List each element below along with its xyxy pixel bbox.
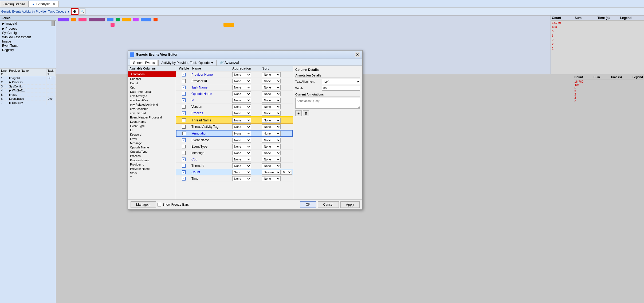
cancel-button[interactable]: Cancel xyxy=(318,201,339,208)
width-input[interactable] xyxy=(322,86,360,91)
avail-item-t[interactable]: T... xyxy=(128,175,176,179)
agg-cpu[interactable]: None xyxy=(232,157,251,162)
avail-item-header-processid[interactable]: Event Header ProcessId xyxy=(128,115,176,120)
agg-opcode-name[interactable]: None xyxy=(232,91,251,96)
sort-id[interactable]: None xyxy=(262,98,281,103)
avail-item-sessionid[interactable]: etw:SessionId xyxy=(128,107,176,111)
agg-process[interactable]: None xyxy=(232,111,251,116)
avail-item-channel[interactable]: Channel xyxy=(128,77,176,81)
agg-event-name[interactable]: None xyxy=(232,138,251,143)
checkbox-id[interactable] xyxy=(182,98,186,102)
avail-item-cpu[interactable]: Cpu xyxy=(128,85,176,90)
sort-time[interactable]: None xyxy=(262,176,281,181)
agg-provider-name[interactable]: None xyxy=(232,72,251,77)
avail-item-process[interactable]: Process xyxy=(128,154,176,158)
sort-process[interactable]: None xyxy=(262,111,281,116)
tab-getting-started[interactable]: Getting Started xyxy=(0,1,29,7)
checkbox-provider-name[interactable] xyxy=(182,73,186,76)
checkbox-count[interactable] xyxy=(182,170,186,174)
agg-version[interactable]: None xyxy=(232,104,251,109)
text-alignment-select[interactable]: Left Center Right xyxy=(322,79,360,84)
agg-message[interactable]: None xyxy=(232,151,251,155)
sort-provider-id[interactable]: None xyxy=(262,79,281,83)
tab-analysis[interactable]: ■ 1 Analysis ✕ xyxy=(29,1,59,7)
sort-count-num[interactable]: 0 xyxy=(281,170,292,175)
agg-id[interactable]: None xyxy=(232,98,251,103)
sort-thread-name[interactable]: None xyxy=(262,118,281,123)
manage-button[interactable]: Manage... xyxy=(131,201,156,208)
agg-thread-name[interactable]: None xyxy=(232,118,251,123)
avail-item-event-name[interactable]: Event Name xyxy=(128,120,176,124)
agg-threadid[interactable]: None xyxy=(232,163,251,168)
sidebar-item-process[interactable]: ▶ Process xyxy=(0,26,56,31)
avail-item-count[interactable]: Count xyxy=(128,81,176,85)
tab-close-icon[interactable]: ✕ xyxy=(53,2,55,6)
sidebar-item-winsatassessment[interactable]: WinSATAssessment xyxy=(0,35,56,39)
checkbox-thread-activity-tag[interactable] xyxy=(182,125,186,129)
sort-task-name[interactable]: None xyxy=(262,85,281,90)
sort-event-name[interactable]: None xyxy=(262,138,281,143)
checkbox-version[interactable] xyxy=(182,105,186,109)
checkbox-process[interactable] xyxy=(182,111,186,115)
agg-task-name[interactable]: None xyxy=(232,85,251,90)
agg-annotation[interactable]: None xyxy=(232,131,251,136)
checkbox-message[interactable] xyxy=(182,151,186,155)
agg-thread-activity-tag[interactable]: None xyxy=(232,124,251,129)
add-annotation-button[interactable]: + xyxy=(295,110,302,116)
modal-tab-activity[interactable]: Activity by Provider, Task, Opcode ▼ xyxy=(158,60,217,66)
checkbox-event-name[interactable] xyxy=(182,138,186,142)
checkbox-provider-id[interactable] xyxy=(182,79,186,83)
sidebar-item-sysconfig[interactable]: SysConfig xyxy=(0,31,56,35)
modal-tab-generic-events[interactable]: Generic Events xyxy=(130,60,158,66)
avail-item-related-activityid[interactable]: etw:Related ActivityId xyxy=(128,102,176,107)
sort-thread-activity-tag[interactable]: None xyxy=(262,124,281,129)
modal-close-button[interactable]: ✕ xyxy=(355,52,360,57)
sidebar-scroll-thumb[interactable] xyxy=(52,21,55,26)
avail-item-provider-id[interactable]: Provider Id xyxy=(128,162,176,167)
checkbox-event-type[interactable] xyxy=(182,145,186,148)
modal-tab-advanced[interactable]: 🔗 Advanced xyxy=(217,60,241,66)
avail-item-level[interactable]: Level xyxy=(128,137,176,141)
sort-threadid[interactable]: None xyxy=(262,163,281,168)
apply-button[interactable]: Apply xyxy=(340,201,360,208)
sidebar-item-imageid[interactable]: ▶ ImageId xyxy=(0,21,56,26)
avail-item-eventkey[interactable]: etw:EventKey xyxy=(128,98,176,102)
checkbox-opcode-name[interactable] xyxy=(182,92,186,96)
sort-opcode-name[interactable]: None xyxy=(262,91,281,96)
sidebar-item-registry[interactable]: Registry xyxy=(0,48,56,52)
sidebar-item-image[interactable]: Image xyxy=(0,39,56,44)
agg-provider-id[interactable]: None xyxy=(232,79,251,83)
sort-event-type[interactable]: None xyxy=(262,144,281,149)
agg-time[interactable]: None xyxy=(232,176,251,181)
show-freeze-bars-checkbox[interactable] xyxy=(158,203,161,206)
checkbox-annotation[interactable] xyxy=(182,132,186,135)
avail-item-process-name[interactable]: Process Name xyxy=(128,158,176,162)
ok-button[interactable]: OK xyxy=(300,201,316,208)
avail-item-activityid[interactable]: etw:ActivityId xyxy=(128,94,176,98)
checkbox-cpu[interactable] xyxy=(182,158,186,161)
agg-event-type[interactable]: None xyxy=(232,144,251,149)
avail-item-id[interactable]: Id xyxy=(128,128,176,132)
sort-cpu[interactable]: None xyxy=(262,157,281,162)
sort-version[interactable]: None xyxy=(262,104,281,109)
avail-item-opcode-type[interactable]: Opcode/Type xyxy=(128,149,176,154)
avail-item-provider-name[interactable]: Provider Name xyxy=(128,167,176,171)
settings-button[interactable]: ⚙ xyxy=(71,8,78,15)
remove-annotation-button[interactable]: 🗑 xyxy=(303,110,309,116)
sort-annotation[interactable]: None xyxy=(262,131,281,136)
checkbox-thread-name[interactable] xyxy=(182,118,186,122)
avail-item-keyword[interactable]: Keyword xyxy=(128,132,176,137)
avail-item-datetime[interactable]: DateTime (Local) xyxy=(128,90,176,94)
sort-provider-name[interactable]: None xyxy=(262,72,281,77)
sidebar-item-eventtrace[interactable]: EventTrace xyxy=(0,44,56,48)
checkbox-threadid[interactable] xyxy=(182,164,186,168)
sort-count-direction[interactable]: Descending Ascending None xyxy=(262,170,281,175)
sort-message[interactable]: None xyxy=(262,151,281,155)
avail-item-message[interactable]: Message xyxy=(128,141,176,145)
checkbox-time[interactable] xyxy=(182,177,186,181)
avail-item-stack[interactable]: Stack xyxy=(128,171,176,175)
checkbox-task-name[interactable] xyxy=(182,86,186,89)
avail-item-annotation[interactable]: Annotation xyxy=(128,71,176,77)
avail-item-usersid[interactable]: etw:UserSid xyxy=(128,111,176,115)
avail-item-opcode-name[interactable]: Opcode Name xyxy=(128,145,176,149)
